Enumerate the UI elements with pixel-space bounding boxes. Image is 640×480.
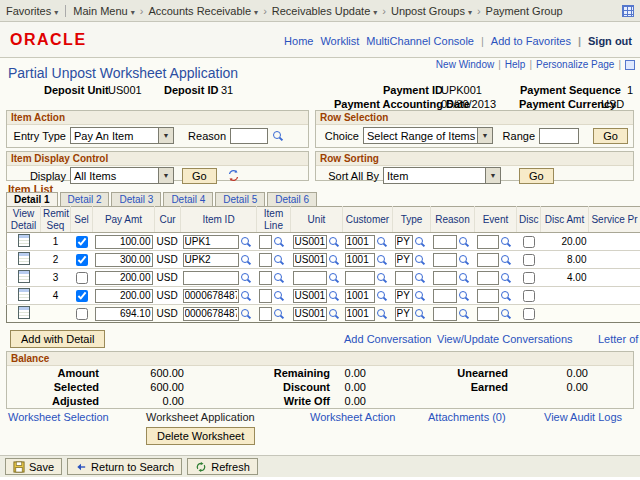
letter-of-credit-link[interactable]: Letter of	[598, 333, 640, 345]
type-lookup-icon[interactable]	[414, 308, 426, 320]
unit-lookup-icon[interactable]	[328, 236, 340, 248]
breadcrumb-unpost-groups[interactable]: Unpost Groups	[391, 5, 472, 17]
type-input[interactable]	[395, 253, 413, 267]
item-id-lookup-icon[interactable]	[240, 272, 252, 284]
event-lookup-icon[interactable]	[500, 236, 512, 248]
type-lookup-icon[interactable]	[414, 254, 426, 266]
worklist-link[interactable]: Worklist	[320, 35, 359, 47]
tab-detail-3[interactable]: Detail 3	[111, 192, 161, 206]
view-audit-logs-link[interactable]: View Audit Logs	[544, 411, 622, 423]
type-input[interactable]	[395, 235, 413, 249]
reason-input[interactable]	[433, 271, 457, 285]
event-lookup-icon[interactable]	[500, 308, 512, 320]
reason-lookup-icon[interactable]	[458, 236, 470, 248]
event-input[interactable]	[477, 289, 499, 303]
row-sorting-go-button[interactable]: Go	[519, 168, 554, 184]
event-input[interactable]	[477, 307, 499, 321]
row-selection-go-button[interactable]: Go	[593, 128, 628, 144]
reason-lookup-icon[interactable]	[458, 308, 470, 320]
customer-input[interactable]	[345, 253, 375, 267]
type-lookup-icon[interactable]	[414, 236, 426, 248]
new-window-link[interactable]: New Window	[436, 59, 501, 70]
item-line-lookup-icon[interactable]	[273, 290, 285, 302]
customer-input[interactable]	[345, 289, 375, 303]
view-detail-icon[interactable]	[18, 270, 30, 283]
reason-lookup-icon[interactable]	[458, 272, 470, 284]
refresh-button[interactable]: Refresh	[187, 458, 258, 475]
event-lookup-icon[interactable]	[500, 272, 512, 284]
item-id-input[interactable]	[183, 235, 239, 249]
range-input[interactable]	[539, 128, 579, 144]
unit-lookup-icon[interactable]	[328, 308, 340, 320]
item-line-input[interactable]	[259, 253, 272, 267]
customer-lookup-icon[interactable]	[376, 236, 388, 248]
view-detail-icon[interactable]	[18, 252, 30, 265]
unit-input[interactable]	[293, 235, 327, 249]
pay-amt-input[interactable]	[95, 271, 153, 285]
item-line-input[interactable]	[259, 235, 272, 249]
tab-detail-2[interactable]: Detail 2	[60, 192, 110, 206]
item-id-lookup-icon[interactable]	[240, 236, 252, 248]
event-input[interactable]	[477, 235, 499, 249]
view-detail-icon[interactable]	[18, 288, 30, 301]
item-line-lookup-icon[interactable]	[273, 236, 285, 248]
worksheet-action-link[interactable]: Worksheet Action	[310, 411, 395, 423]
unit-lookup-icon[interactable]	[328, 254, 340, 266]
unit-lookup-icon[interactable]	[328, 290, 340, 302]
add-with-detail-button[interactable]: Add with Detail	[10, 330, 105, 348]
select-checkbox[interactable]	[76, 254, 88, 266]
pay-amt-input[interactable]	[95, 289, 153, 303]
add-to-favorites-link[interactable]: Add to Favorites	[481, 35, 571, 47]
view-detail-icon[interactable]	[18, 234, 30, 247]
return-to-search-button[interactable]: Return to Search	[67, 458, 182, 475]
customer-input[interactable]	[345, 271, 375, 285]
home-link[interactable]: Home	[284, 35, 313, 47]
item-display-go-button[interactable]: Go	[182, 168, 217, 184]
multichannel-console-link[interactable]: MultiChannel Console	[366, 35, 474, 47]
customer-input[interactable]	[345, 235, 375, 249]
add-conversation-link[interactable]: Add Conversation	[344, 333, 431, 345]
customer-lookup-icon[interactable]	[376, 272, 388, 284]
reason-input[interactable]	[433, 235, 457, 249]
item-id-lookup-icon[interactable]	[240, 290, 252, 302]
disc-checkbox[interactable]	[523, 308, 535, 320]
unit-input[interactable]	[293, 289, 327, 303]
unit-lookup-icon[interactable]	[328, 272, 340, 284]
item-id-lookup-icon[interactable]	[240, 308, 252, 320]
sort-all-by-select[interactable]: Item	[383, 167, 501, 184]
pay-amt-input[interactable]	[95, 235, 153, 249]
reason-input[interactable]	[433, 253, 457, 267]
tab-detail-6[interactable]: Detail 6	[267, 192, 317, 206]
unit-input[interactable]	[293, 253, 327, 267]
event-input[interactable]	[477, 271, 499, 285]
customer-lookup-icon[interactable]	[376, 308, 388, 320]
item-id-input[interactable]	[183, 307, 239, 321]
item-line-input[interactable]	[259, 289, 272, 303]
reason-input[interactable]	[433, 307, 457, 321]
unit-input[interactable]	[293, 271, 327, 285]
display-select[interactable]: All Items	[70, 167, 174, 184]
pay-amt-input[interactable]	[95, 253, 153, 267]
reason-lookup-icon[interactable]	[272, 130, 284, 142]
item-line-input[interactable]	[259, 271, 272, 285]
tab-detail-5[interactable]: Detail 5	[215, 192, 265, 206]
worksheet-selection-link[interactable]: Worksheet Selection	[8, 411, 109, 423]
reason-input[interactable]	[433, 289, 457, 303]
select-checkbox[interactable]	[76, 290, 88, 302]
item-line-lookup-icon[interactable]	[273, 272, 285, 284]
save-button[interactable]: Save	[5, 458, 62, 475]
breadcrumb-payment-group[interactable]: Payment Group	[486, 5, 563, 17]
copy-url-icon[interactable]	[625, 60, 635, 70]
select-checkbox[interactable]	[76, 236, 88, 248]
customer-lookup-icon[interactable]	[376, 290, 388, 302]
entry-type-select[interactable]: Pay An Item	[70, 127, 174, 144]
reason-input[interactable]	[230, 128, 268, 144]
exchange-rate-icon[interactable]	[227, 169, 240, 182]
select-checkbox[interactable]	[76, 272, 88, 284]
item-line-lookup-icon[interactable]	[273, 308, 285, 320]
type-lookup-icon[interactable]	[414, 272, 426, 284]
item-id-input[interactable]	[183, 289, 239, 303]
type-input[interactable]	[395, 289, 413, 303]
sign-out-link[interactable]: Sign out	[578, 35, 632, 47]
customer-input[interactable]	[345, 307, 375, 321]
